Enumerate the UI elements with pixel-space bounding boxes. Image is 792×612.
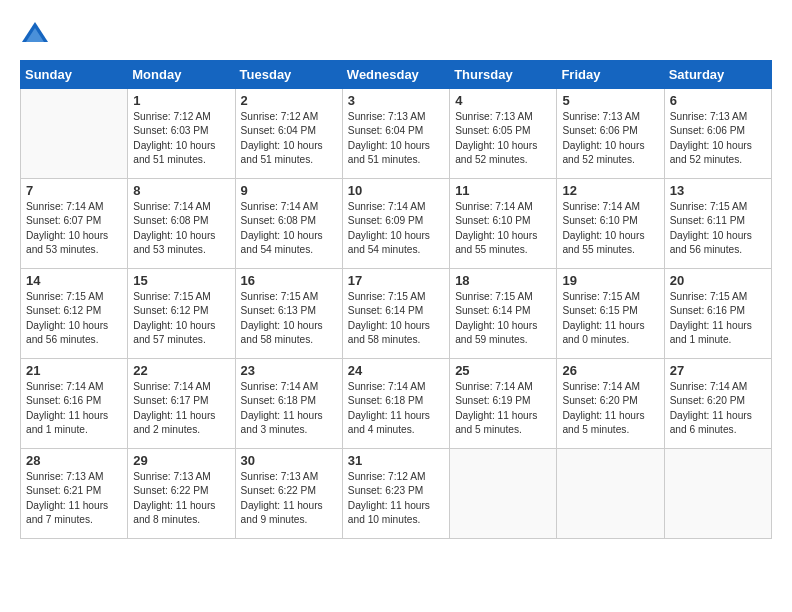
calendar-cell — [450, 449, 557, 539]
day-number: 7 — [26, 183, 122, 198]
calendar-cell: 16Sunrise: 7:15 AM Sunset: 6:13 PM Dayli… — [235, 269, 342, 359]
calendar-cell: 17Sunrise: 7:15 AM Sunset: 6:14 PM Dayli… — [342, 269, 449, 359]
calendar-cell: 1Sunrise: 7:12 AM Sunset: 6:03 PM Daylig… — [128, 89, 235, 179]
day-info: Sunrise: 7:14 AM Sunset: 6:20 PM Dayligh… — [562, 380, 658, 437]
day-number: 30 — [241, 453, 337, 468]
day-number: 2 — [241, 93, 337, 108]
calendar-cell: 23Sunrise: 7:14 AM Sunset: 6:18 PM Dayli… — [235, 359, 342, 449]
day-number: 18 — [455, 273, 551, 288]
day-number: 12 — [562, 183, 658, 198]
day-info: Sunrise: 7:14 AM Sunset: 6:09 PM Dayligh… — [348, 200, 444, 257]
calendar-cell: 12Sunrise: 7:14 AM Sunset: 6:10 PM Dayli… — [557, 179, 664, 269]
calendar-cell: 6Sunrise: 7:13 AM Sunset: 6:06 PM Daylig… — [664, 89, 771, 179]
calendar-cell — [557, 449, 664, 539]
calendar-cell: 29Sunrise: 7:13 AM Sunset: 6:22 PM Dayli… — [128, 449, 235, 539]
day-info: Sunrise: 7:13 AM Sunset: 6:22 PM Dayligh… — [241, 470, 337, 527]
calendar-cell: 30Sunrise: 7:13 AM Sunset: 6:22 PM Dayli… — [235, 449, 342, 539]
calendar: SundayMondayTuesdayWednesdayThursdayFrid… — [20, 60, 772, 539]
calendar-cell: 10Sunrise: 7:14 AM Sunset: 6:09 PM Dayli… — [342, 179, 449, 269]
day-number: 1 — [133, 93, 229, 108]
day-info: Sunrise: 7:15 AM Sunset: 6:15 PM Dayligh… — [562, 290, 658, 347]
day-info: Sunrise: 7:13 AM Sunset: 6:21 PM Dayligh… — [26, 470, 122, 527]
calendar-cell: 20Sunrise: 7:15 AM Sunset: 6:16 PM Dayli… — [664, 269, 771, 359]
calendar-week-row: 1Sunrise: 7:12 AM Sunset: 6:03 PM Daylig… — [21, 89, 772, 179]
day-info: Sunrise: 7:14 AM Sunset: 6:08 PM Dayligh… — [133, 200, 229, 257]
column-header-sunday: Sunday — [21, 61, 128, 89]
day-info: Sunrise: 7:14 AM Sunset: 6:10 PM Dayligh… — [562, 200, 658, 257]
day-number: 19 — [562, 273, 658, 288]
calendar-cell: 27Sunrise: 7:14 AM Sunset: 6:20 PM Dayli… — [664, 359, 771, 449]
calendar-cell: 9Sunrise: 7:14 AM Sunset: 6:08 PM Daylig… — [235, 179, 342, 269]
day-number: 22 — [133, 363, 229, 378]
calendar-cell: 4Sunrise: 7:13 AM Sunset: 6:05 PM Daylig… — [450, 89, 557, 179]
column-header-tuesday: Tuesday — [235, 61, 342, 89]
calendar-cell: 22Sunrise: 7:14 AM Sunset: 6:17 PM Dayli… — [128, 359, 235, 449]
calendar-header-row: SundayMondayTuesdayWednesdayThursdayFrid… — [21, 61, 772, 89]
day-number: 11 — [455, 183, 551, 198]
day-number: 25 — [455, 363, 551, 378]
day-info: Sunrise: 7:15 AM Sunset: 6:12 PM Dayligh… — [133, 290, 229, 347]
logo — [20, 20, 54, 50]
day-info: Sunrise: 7:14 AM Sunset: 6:17 PM Dayligh… — [133, 380, 229, 437]
day-number: 24 — [348, 363, 444, 378]
day-info: Sunrise: 7:14 AM Sunset: 6:18 PM Dayligh… — [241, 380, 337, 437]
column-header-thursday: Thursday — [450, 61, 557, 89]
day-number: 14 — [26, 273, 122, 288]
day-info: Sunrise: 7:13 AM Sunset: 6:06 PM Dayligh… — [670, 110, 766, 167]
column-header-friday: Friday — [557, 61, 664, 89]
day-number: 21 — [26, 363, 122, 378]
day-info: Sunrise: 7:13 AM Sunset: 6:06 PM Dayligh… — [562, 110, 658, 167]
calendar-week-row: 14Sunrise: 7:15 AM Sunset: 6:12 PM Dayli… — [21, 269, 772, 359]
day-info: Sunrise: 7:14 AM Sunset: 6:20 PM Dayligh… — [670, 380, 766, 437]
calendar-cell: 7Sunrise: 7:14 AM Sunset: 6:07 PM Daylig… — [21, 179, 128, 269]
day-info: Sunrise: 7:12 AM Sunset: 6:03 PM Dayligh… — [133, 110, 229, 167]
day-number: 20 — [670, 273, 766, 288]
day-number: 9 — [241, 183, 337, 198]
day-info: Sunrise: 7:13 AM Sunset: 6:04 PM Dayligh… — [348, 110, 444, 167]
day-info: Sunrise: 7:15 AM Sunset: 6:14 PM Dayligh… — [348, 290, 444, 347]
day-info: Sunrise: 7:12 AM Sunset: 6:04 PM Dayligh… — [241, 110, 337, 167]
column-header-wednesday: Wednesday — [342, 61, 449, 89]
day-info: Sunrise: 7:15 AM Sunset: 6:16 PM Dayligh… — [670, 290, 766, 347]
day-number: 17 — [348, 273, 444, 288]
column-header-saturday: Saturday — [664, 61, 771, 89]
day-number: 16 — [241, 273, 337, 288]
day-info: Sunrise: 7:14 AM Sunset: 6:10 PM Dayligh… — [455, 200, 551, 257]
day-info: Sunrise: 7:14 AM Sunset: 6:19 PM Dayligh… — [455, 380, 551, 437]
calendar-cell: 15Sunrise: 7:15 AM Sunset: 6:12 PM Dayli… — [128, 269, 235, 359]
day-number: 13 — [670, 183, 766, 198]
day-number: 23 — [241, 363, 337, 378]
day-info: Sunrise: 7:14 AM Sunset: 6:08 PM Dayligh… — [241, 200, 337, 257]
calendar-cell: 14Sunrise: 7:15 AM Sunset: 6:12 PM Dayli… — [21, 269, 128, 359]
day-info: Sunrise: 7:15 AM Sunset: 6:11 PM Dayligh… — [670, 200, 766, 257]
day-info: Sunrise: 7:15 AM Sunset: 6:14 PM Dayligh… — [455, 290, 551, 347]
day-number: 31 — [348, 453, 444, 468]
day-info: Sunrise: 7:12 AM Sunset: 6:23 PM Dayligh… — [348, 470, 444, 527]
day-number: 15 — [133, 273, 229, 288]
logo-icon — [20, 20, 50, 50]
calendar-cell: 28Sunrise: 7:13 AM Sunset: 6:21 PM Dayli… — [21, 449, 128, 539]
calendar-cell: 13Sunrise: 7:15 AM Sunset: 6:11 PM Dayli… — [664, 179, 771, 269]
day-number: 29 — [133, 453, 229, 468]
calendar-cell: 24Sunrise: 7:14 AM Sunset: 6:18 PM Dayli… — [342, 359, 449, 449]
day-number: 6 — [670, 93, 766, 108]
column-header-monday: Monday — [128, 61, 235, 89]
calendar-cell: 19Sunrise: 7:15 AM Sunset: 6:15 PM Dayli… — [557, 269, 664, 359]
calendar-cell: 5Sunrise: 7:13 AM Sunset: 6:06 PM Daylig… — [557, 89, 664, 179]
calendar-week-row: 28Sunrise: 7:13 AM Sunset: 6:21 PM Dayli… — [21, 449, 772, 539]
day-number: 4 — [455, 93, 551, 108]
day-info: Sunrise: 7:15 AM Sunset: 6:12 PM Dayligh… — [26, 290, 122, 347]
day-number: 10 — [348, 183, 444, 198]
calendar-week-row: 21Sunrise: 7:14 AM Sunset: 6:16 PM Dayli… — [21, 359, 772, 449]
day-info: Sunrise: 7:13 AM Sunset: 6:05 PM Dayligh… — [455, 110, 551, 167]
page-header — [20, 20, 772, 50]
calendar-week-row: 7Sunrise: 7:14 AM Sunset: 6:07 PM Daylig… — [21, 179, 772, 269]
calendar-cell: 25Sunrise: 7:14 AM Sunset: 6:19 PM Dayli… — [450, 359, 557, 449]
day-info: Sunrise: 7:14 AM Sunset: 6:16 PM Dayligh… — [26, 380, 122, 437]
calendar-cell: 3Sunrise: 7:13 AM Sunset: 6:04 PM Daylig… — [342, 89, 449, 179]
day-info: Sunrise: 7:14 AM Sunset: 6:18 PM Dayligh… — [348, 380, 444, 437]
calendar-cell: 18Sunrise: 7:15 AM Sunset: 6:14 PM Dayli… — [450, 269, 557, 359]
calendar-cell: 8Sunrise: 7:14 AM Sunset: 6:08 PM Daylig… — [128, 179, 235, 269]
day-number: 3 — [348, 93, 444, 108]
calendar-cell: 2Sunrise: 7:12 AM Sunset: 6:04 PM Daylig… — [235, 89, 342, 179]
